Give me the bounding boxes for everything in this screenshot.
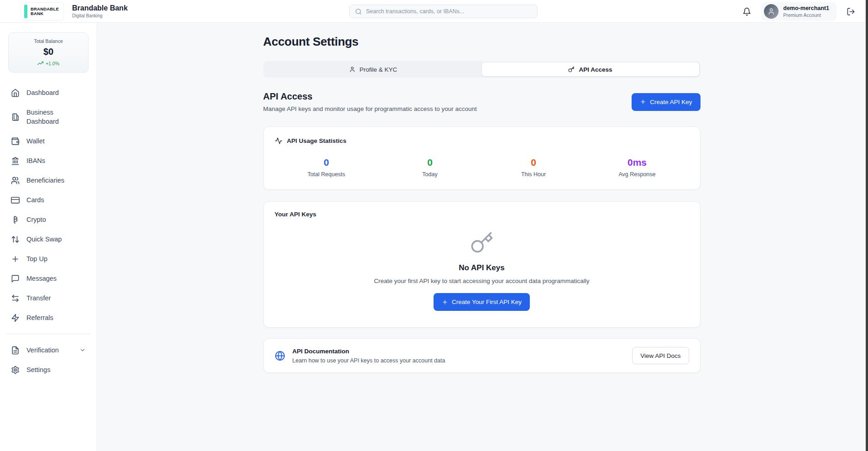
- home-icon: [11, 89, 20, 97]
- usage-card-title: API Usage Statistics: [287, 137, 347, 144]
- zap-icon: [11, 314, 20, 322]
- user-menu[interactable]: demo-merchant1 Premium Account: [761, 2, 837, 21]
- credit-card-icon: [11, 196, 20, 205]
- globe-icon: [275, 351, 285, 361]
- main-area: Account Settings Profile & KYC API Acces…: [97, 23, 866, 373]
- section-title: API Access: [263, 91, 477, 102]
- sidebar-item-dashboard[interactable]: Dashboard: [8, 86, 89, 99]
- docs-title: API Documentation: [293, 348, 445, 355]
- sidebar: Total Balance $0 +1.0% Dashboard Busines…: [0, 23, 97, 451]
- section-subtitle: Manage API keys and monitor usage for pr…: [263, 105, 477, 112]
- plus-icon: [640, 99, 646, 105]
- brand-title-block: Brandable Bank Digital Banking: [72, 4, 128, 18]
- sidebar-item-beneficiaries[interactable]: Beneficiaries: [8, 174, 89, 187]
- global-search[interactable]: [349, 5, 538, 18]
- avatar: [764, 4, 779, 19]
- plus-icon: [442, 299, 448, 305]
- sidebar-item-quick-swap[interactable]: Quick Swap: [8, 233, 89, 246]
- empty-state-title: No API Keys: [275, 263, 689, 273]
- docs-text-block: API Documentation Learn how to use your …: [293, 348, 445, 364]
- tab-api-access[interactable]: API Access: [482, 63, 699, 76]
- sidebar-item-messages[interactable]: Messages: [8, 272, 89, 285]
- balance-amount: $0: [13, 47, 84, 57]
- api-documentation-card: API Documentation Learn how to use your …: [263, 338, 701, 373]
- stat-total-requests: 0 Total Requests: [275, 157, 378, 178]
- users-icon: [11, 176, 20, 185]
- sidebar-item-verification[interactable]: Verification: [8, 344, 89, 357]
- search-icon: [355, 8, 362, 15]
- person-icon: [349, 66, 356, 73]
- document-icon: [11, 346, 20, 355]
- brand-accent-bar: [24, 5, 27, 18]
- arrows-left-right-icon: [11, 294, 20, 303]
- page-title: Account Settings: [263, 35, 701, 49]
- sidebar-item-ibans[interactable]: IBANs: [8, 154, 89, 167]
- sidebar-divider: [6, 334, 90, 334]
- sidebar-item-top-up[interactable]: Top Up: [8, 252, 89, 265]
- api-keys-empty-state: No API Keys Create your first API key to…: [275, 218, 689, 311]
- brand-logo: BRANDABLE BANK Brandable Bank Digital Ba…: [21, 2, 128, 21]
- bitcoin-icon: [11, 215, 20, 224]
- sidebar-item-transfer[interactable]: Transfer: [8, 292, 89, 304]
- plus-icon: [11, 255, 20, 263]
- sidebar-item-cards[interactable]: Cards: [8, 194, 89, 206]
- sidebar-item-wallet[interactable]: Wallet: [8, 135, 89, 147]
- sidebar-item-referrals[interactable]: Referrals: [8, 311, 89, 324]
- settings-tabs: Profile & KYC API Access: [263, 61, 701, 78]
- message-icon: [11, 274, 20, 283]
- sidebar-item-business-dashboard[interactable]: Business Dashboard: [8, 106, 89, 128]
- brand-logo-text: BRANDABLE BANK: [31, 7, 59, 16]
- key-icon: [568, 66, 575, 73]
- brand-name: Brandable Bank: [72, 4, 128, 12]
- wallet-icon: [11, 137, 20, 146]
- keys-card-title: Your API Keys: [275, 211, 689, 218]
- view-api-docs-button[interactable]: View API Docs: [632, 347, 689, 364]
- stat-today: 0 Today: [378, 157, 482, 178]
- api-access-heading: API Access Manage API keys and monitor u…: [263, 91, 477, 112]
- brand-logo-mark: BRANDABLE BANK: [21, 2, 64, 21]
- user-info: demo-merchant1 Premium Account: [783, 5, 829, 18]
- building-icon: [11, 113, 20, 121]
- empty-state-subtitle: Create your first API key to start acces…: [275, 278, 689, 284]
- logout-icon[interactable]: [847, 7, 855, 16]
- top-header: BRANDABLE BANK Brandable Bank Digital Ba…: [0, 0, 868, 23]
- total-balance-card: Total Balance $0 +1.0%: [8, 32, 89, 73]
- sidebar-nav: Dashboard Business Dashboard Wallet IBAN…: [8, 86, 89, 376]
- sidebar-item-crypto[interactable]: Crypto: [8, 213, 89, 226]
- api-usage-statistics-card: API Usage Statistics 0 Total Requests 0 …: [263, 126, 701, 190]
- tab-profile-kyc[interactable]: Profile & KYC: [265, 63, 482, 76]
- notifications-bell-icon[interactable]: [743, 7, 751, 16]
- balance-change: +1.0%: [13, 60, 84, 66]
- stat-this-hour: 0 This Hour: [482, 157, 586, 178]
- sidebar-item-settings[interactable]: Settings: [8, 363, 89, 376]
- user-name: demo-merchant1: [783, 5, 829, 11]
- gear-icon: [11, 366, 20, 374]
- stat-avg-response: 0ms Avg Response: [586, 157, 689, 178]
- user-plan: Premium Account: [783, 12, 829, 18]
- docs-subtitle: Learn how to use your API keys to access…: [293, 357, 445, 364]
- activity-icon: [275, 137, 282, 145]
- trending-up-icon: [37, 60, 43, 66]
- search-input[interactable]: [366, 8, 532, 15]
- chevron-down-icon: [79, 347, 86, 353]
- window-scrollbar[interactable]: [866, 0, 868, 451]
- create-api-key-button[interactable]: Create API Key: [632, 93, 700, 111]
- bank-icon: [11, 157, 20, 165]
- create-first-api-key-button[interactable]: Create Your First API Key: [434, 293, 530, 311]
- balance-label: Total Balance: [13, 38, 84, 44]
- key-icon: [470, 231, 494, 255]
- brand-tagline: Digital Banking: [72, 13, 128, 18]
- arrows-up-down-icon: [11, 235, 20, 244]
- api-keys-card: Your API Keys No API Keys Create your fi…: [263, 201, 701, 328]
